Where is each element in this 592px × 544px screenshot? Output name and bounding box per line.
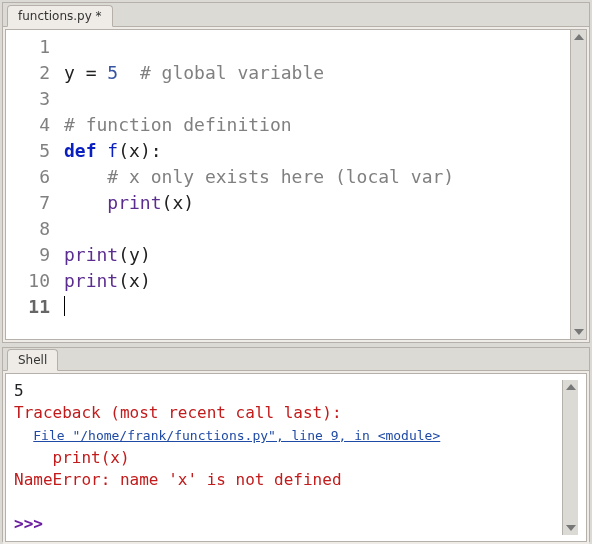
traceback-context: print(x) xyxy=(53,448,130,467)
line-number: 9 xyxy=(20,242,50,268)
code-token: x xyxy=(129,270,140,291)
text-cursor xyxy=(64,296,65,316)
code-token: x xyxy=(172,192,183,213)
editor-body: 1 2 3 4 5 6 7 8 9 10 11 y = 5 # global v… xyxy=(3,27,589,342)
code-token: ( xyxy=(162,192,173,213)
code-token: ( xyxy=(118,140,129,161)
editor-tab[interactable]: functions.py * xyxy=(7,5,113,27)
shell-tabstrip: Shell xyxy=(3,348,589,371)
code-token-builtin: print xyxy=(107,192,161,213)
shell-prompt: >>> xyxy=(14,514,53,533)
code-token: ) xyxy=(183,192,194,213)
code-token xyxy=(118,62,140,83)
code-token-comment: # function definition xyxy=(64,114,292,135)
shell-text[interactable]: 5 Traceback (most recent call last): Fil… xyxy=(14,380,562,535)
line-number: 3 xyxy=(20,86,50,112)
line-number: 4 xyxy=(20,112,50,138)
code-token: ) xyxy=(140,244,151,265)
line-number: 1 xyxy=(20,34,50,60)
shell-output[interactable]: 5 Traceback (most recent call last): Fil… xyxy=(5,373,587,542)
line-number: 8 xyxy=(20,216,50,242)
code-token-comment: # global variable xyxy=(140,62,324,83)
editor-tabstrip: functions.py * xyxy=(3,3,589,27)
line-number: 7 xyxy=(20,190,50,216)
code-token xyxy=(97,140,108,161)
code-token xyxy=(64,166,107,187)
code-editor[interactable]: 1 2 3 4 5 6 7 8 9 10 11 y = 5 # global v… xyxy=(5,29,587,340)
code-token: ( xyxy=(118,270,129,291)
traceback-file-link[interactable]: File "/home/frank/functions.py", line 9,… xyxy=(33,428,440,443)
shell-tab[interactable]: Shell xyxy=(7,349,58,371)
error-message: NameError: name 'x' is not defined xyxy=(14,470,342,489)
line-number: 2 xyxy=(20,60,50,86)
code-token: y = xyxy=(64,62,107,83)
code-token-name: f xyxy=(107,140,118,161)
code-token-number: 5 xyxy=(107,62,118,83)
code-token: ) xyxy=(140,140,151,161)
shell-body: 5 Traceback (most recent call last): Fil… xyxy=(3,371,589,544)
traceback-header: Traceback (most recent call last): xyxy=(14,403,342,422)
line-number-gutter: 1 2 3 4 5 6 7 8 9 10 11 xyxy=(6,30,60,339)
line-number: 10 xyxy=(20,268,50,294)
editor-tab-label: functions.py * xyxy=(18,9,102,23)
code-text[interactable]: y = 5 # global variable# function defini… xyxy=(60,30,570,339)
code-token: : xyxy=(151,140,162,161)
vertical-scrollbar[interactable] xyxy=(570,30,586,339)
code-token: x xyxy=(129,140,140,161)
line-number: 6 xyxy=(20,164,50,190)
code-token-builtin: print xyxy=(64,244,118,265)
code-token-keyword: def xyxy=(64,140,97,161)
code-token-comment: # x only exists here (local var) xyxy=(107,166,454,187)
line-number: 11 xyxy=(20,294,50,320)
shell-tab-label: Shell xyxy=(18,353,47,367)
code-token: ( xyxy=(118,244,129,265)
code-token-builtin: print xyxy=(64,270,118,291)
editor-pane: functions.py * 1 2 3 4 5 6 7 8 9 10 11 y… xyxy=(2,2,590,343)
code-token: y xyxy=(129,244,140,265)
code-token: ) xyxy=(140,270,151,291)
shell-pane: Shell 5 Traceback (most recent call last… xyxy=(2,347,590,542)
vertical-scrollbar[interactable] xyxy=(562,380,578,535)
code-token xyxy=(64,192,107,213)
shell-value: 5 xyxy=(14,381,24,400)
line-number: 5 xyxy=(20,138,50,164)
